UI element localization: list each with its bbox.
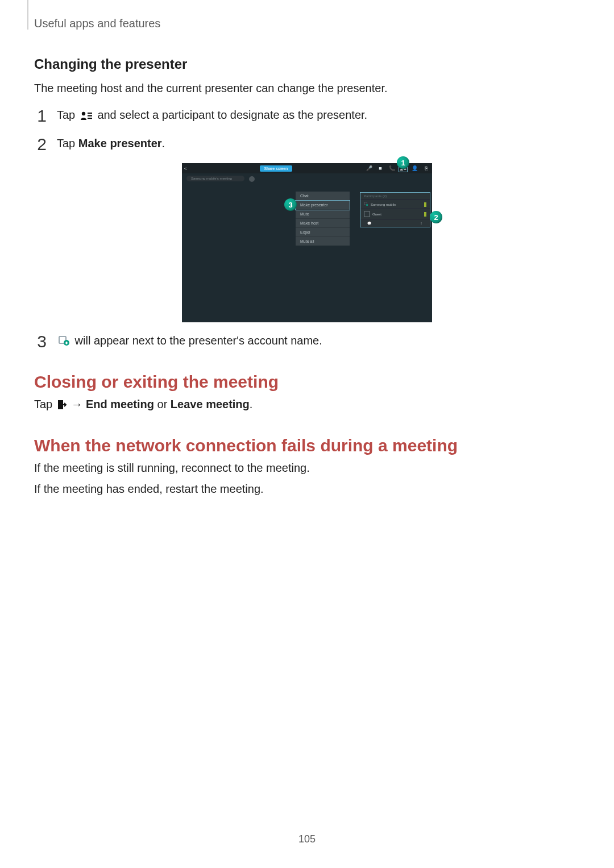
svg-rect-7 (404, 169, 406, 170)
network-p2: If the meeting has ended, restart the me… (34, 481, 580, 497)
menu-make-host: Make host (296, 219, 350, 228)
menu-chat: Chat (296, 192, 350, 201)
back-icon: < (184, 166, 187, 171)
chat-bubble-icon: 💬 (367, 221, 371, 225)
svg-point-9 (366, 204, 368, 206)
menu-make-presenter: Make presenter (296, 201, 350, 210)
step-number: 1 (34, 107, 47, 124)
participant-row: Guest (360, 209, 430, 219)
step-1: 1 Tap and select a participant to design… (34, 107, 580, 125)
step-2-bold: Make presenter (78, 137, 162, 149)
panel-footer: 💬 ⋮ (360, 219, 430, 227)
network-p1: If the meeting is still running, reconne… (34, 460, 580, 476)
svg-point-0 (82, 112, 85, 115)
menu-expel: Expel (296, 228, 350, 237)
step-number: 3 (34, 333, 47, 350)
closing-paragraph: Tap → End meeting or Leave meeting. (34, 396, 580, 414)
step-1-text-a: Tap (57, 109, 78, 121)
mic-icon: 🎤 (365, 165, 373, 172)
page-number: 105 (0, 833, 614, 845)
meeting-settings-gear-icon (249, 176, 255, 182)
svg-rect-2 (88, 115, 92, 117)
callout-3: 3 (284, 198, 297, 211)
meeting-name-pill: Samsung mobile's meeting (186, 176, 244, 181)
callout-1: 1 (397, 156, 409, 169)
running-head: Useful apps and features (34, 17, 580, 30)
step-2-text-a: Tap (57, 137, 78, 149)
step-2-text-c: . (162, 137, 165, 149)
add-person-icon: 👤 (410, 165, 418, 172)
avatar-placeholder-icon (364, 211, 370, 217)
intro-paragraph: The meeting host and the current present… (34, 80, 580, 97)
heading-network-fails: When the network connection fails during… (34, 436, 580, 455)
video-icon: ■ (376, 165, 384, 172)
step-2: 2 Tap Make presenter. (34, 135, 580, 153)
call-icon: 📞 (388, 165, 396, 172)
exit-icon: ⎘ (422, 165, 430, 172)
step-3-text: will appear next to the presenter's acco… (75, 334, 322, 347)
participant-row: Samsung mobile (360, 200, 430, 209)
step-1-text-b: and select a participant to designate as… (97, 109, 367, 121)
callout-2: 2 (430, 211, 442, 223)
menu-mute: Mute (296, 210, 350, 219)
step-3: 3 will appear next to the presenter's ac… (34, 333, 580, 351)
step-number: 2 (34, 135, 47, 153)
more-icon: ⋮ (420, 221, 423, 225)
top-divider (27, 0, 28, 30)
context-menu: Chat Make presenter Mute Make host Expel… (296, 192, 350, 246)
svg-rect-3 (88, 118, 92, 119)
menu-mute-all: Mute all (296, 237, 350, 246)
participants-panel: Participants (2) Samsung mobile Guest 💬 … (360, 193, 430, 227)
subheading-changing-presenter: Changing the presenter (34, 56, 580, 72)
participants-list-icon (80, 109, 93, 125)
heading-closing-exiting: Closing or exiting the meeting (34, 372, 580, 392)
participants-panel-title: Participants (2) (360, 193, 430, 200)
presenter-mark-icon (59, 334, 70, 351)
screenshot-figure: < Share screen 🎤 ■ 📞 👤 ⎘ Samsung mobile'… (182, 163, 432, 322)
presenter-mark-icon (364, 202, 368, 207)
exit-door-icon (57, 398, 67, 414)
svg-rect-1 (88, 113, 92, 114)
share-screen-pill: Share screen (260, 165, 293, 172)
